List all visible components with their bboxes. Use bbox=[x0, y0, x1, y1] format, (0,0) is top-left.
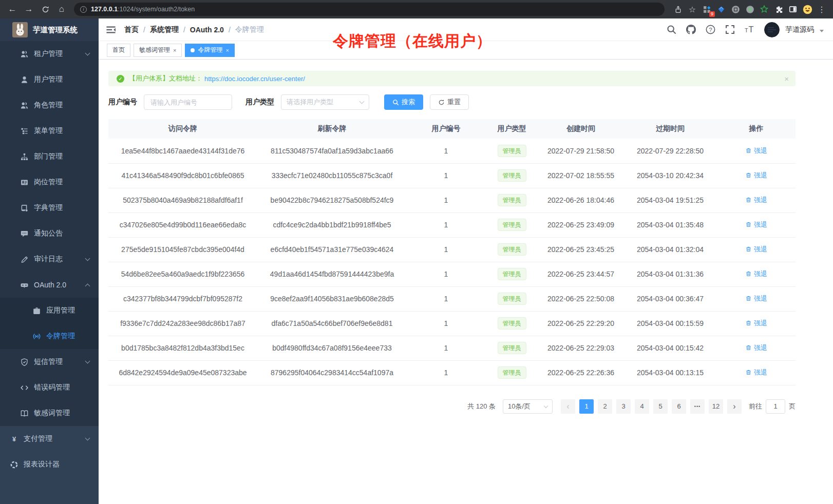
sidebar-item-oauth2[interactable]: OAuth 2.0 bbox=[0, 272, 99, 298]
extensions-puzzle-icon[interactable] bbox=[772, 3, 785, 15]
extension-grid-icon[interactable]: 9 bbox=[701, 3, 713, 15]
force-logout-button[interactable]: 强退 bbox=[745, 368, 767, 377]
page-button-6[interactable]: 6 bbox=[672, 399, 686, 414]
access-token-cell: b0d1785bc3a8482f812db4a3f3bd15ec bbox=[108, 336, 257, 360]
page-button-2[interactable]: 2 bbox=[598, 399, 612, 414]
svg-text:?: ? bbox=[709, 27, 712, 33]
tab-close-icon[interactable]: × bbox=[173, 47, 176, 53]
browser-back-icon[interactable]: ← bbox=[5, 2, 20, 16]
expire-time-cell: 2054-03-04 01:32:04 bbox=[623, 237, 717, 262]
sidebar-item-pay[interactable]: ¥支付管理 bbox=[0, 426, 99, 452]
alert-close-icon[interactable]: × bbox=[784, 74, 789, 83]
address-bar[interactable]: i 127.0.0.1:1024/system/oauth2/token bbox=[74, 3, 665, 16]
sidebar-item-report-designer[interactable]: 报表设计器 bbox=[0, 452, 99, 477]
sidebar-item-post[interactable]: 岗位管理 bbox=[0, 169, 99, 195]
force-logout-button[interactable]: 强退 bbox=[745, 343, 767, 353]
split-screen-icon[interactable] bbox=[787, 3, 799, 15]
expire-time-cell: 2054-03-04 01:35:48 bbox=[623, 212, 717, 237]
force-logout-button[interactable]: 强退 bbox=[745, 245, 767, 254]
sidebar-item-audit-log[interactable]: 审计日志 bbox=[0, 246, 99, 272]
breadcrumb-system[interactable]: 系统管理 bbox=[150, 25, 179, 34]
reset-button[interactable]: 重置 bbox=[430, 94, 469, 110]
col-create-time: 创建时间 bbox=[538, 119, 623, 139]
sidebar-item-user[interactable]: 用户管理 bbox=[0, 67, 99, 92]
user-type-tag: 管理员 bbox=[498, 219, 526, 231]
sidebar-item-menu[interactable]: 菜单管理 bbox=[0, 118, 99, 144]
force-logout-button[interactable]: 强退 bbox=[745, 319, 767, 328]
force-logout-button[interactable]: 强退 bbox=[745, 294, 767, 303]
sidebar-item-role[interactable]: 角色管理 bbox=[0, 92, 99, 118]
browser-reload-icon[interactable] bbox=[38, 2, 52, 16]
force-logout-button[interactable]: 强退 bbox=[745, 146, 767, 156]
page-button-1[interactable]: 1 bbox=[579, 399, 594, 414]
user-avatar[interactable] bbox=[764, 22, 780, 37]
tab-close-icon[interactable]: × bbox=[225, 47, 229, 53]
user-menu-caret-icon[interactable] bbox=[820, 30, 824, 32]
page-button-3[interactable]: 3 bbox=[616, 399, 631, 414]
breadcrumb-home[interactable]: 首页 bbox=[124, 25, 139, 34]
alert-doc-link[interactable]: https://doc.iocoder.cn/user-center/ bbox=[204, 75, 305, 83]
gem-extension-icon[interactable] bbox=[715, 3, 727, 15]
font-size-icon[interactable]: TT bbox=[745, 25, 754, 34]
search-icon[interactable] bbox=[667, 25, 676, 34]
sidebar-item-oauth2-token[interactable]: 令牌管理 bbox=[0, 323, 99, 349]
prev-page-button[interactable]: ‹ bbox=[561, 399, 575, 414]
actions-cell: 强退 bbox=[717, 311, 796, 336]
user-id-cell: 1 bbox=[407, 163, 485, 188]
sidebar-item-oauth2-app[interactable]: 应用管理 bbox=[0, 298, 99, 323]
force-logout-button[interactable]: 强退 bbox=[745, 269, 767, 279]
sidebar-item-notice[interactable]: 通知公告 bbox=[0, 221, 99, 246]
dot-circle-extension-icon[interactable] bbox=[744, 3, 756, 15]
browser-menu-icon[interactable]: ⋮ bbox=[816, 3, 828, 15]
user-type-cell: 管理员 bbox=[485, 360, 538, 385]
tab-token[interactable]: 令牌管理× bbox=[185, 44, 234, 57]
refresh-token-cell: cdfc4ce9c2da4bb1bdf21b9918ff4be5 bbox=[257, 212, 407, 237]
sidebar-item-dict[interactable]: 字典管理 bbox=[0, 195, 99, 221]
sidebar-item-label: 字典管理 bbox=[34, 203, 63, 212]
alert-message: 【用户体系】文档地址： bbox=[129, 74, 202, 83]
refresh-token-cell: be90422b8c7946218275a508bf524fc9 bbox=[257, 188, 407, 212]
browser-home-icon[interactable]: ⌂ bbox=[54, 2, 69, 16]
force-logout-button[interactable]: 强退 bbox=[745, 171, 767, 180]
trash-icon bbox=[745, 320, 752, 326]
search-button[interactable]: 搜索 bbox=[384, 94, 423, 110]
page-button-12[interactable]: 12 bbox=[709, 399, 723, 414]
pagination-ellipsis[interactable]: ••• bbox=[690, 399, 705, 414]
sidebar-item-sensitive-word[interactable]: 敏感词管理 bbox=[0, 400, 99, 426]
page-size-select[interactable]: 10条/页 bbox=[503, 399, 553, 414]
next-page-button[interactable]: › bbox=[727, 399, 742, 414]
col-access-token: 访问令牌 bbox=[108, 119, 257, 139]
sidebar-item-label: OAuth 2.0 bbox=[34, 281, 66, 289]
table-row: 6d842e2924594de9a09e45e087323abe8796295f… bbox=[108, 360, 796, 385]
tab-home[interactable]: 首页 bbox=[107, 44, 130, 57]
github-icon[interactable] bbox=[686, 25, 696, 34]
bookmark-star-icon[interactable]: ☆ bbox=[686, 3, 698, 15]
share-icon[interactable] bbox=[672, 3, 684, 15]
sidebar-item-error-code[interactable]: 错误码管理 bbox=[0, 375, 99, 400]
sidebar-item-tenant[interactable]: 租户管理 bbox=[0, 41, 99, 67]
goto-page-input[interactable] bbox=[766, 399, 785, 414]
profile-avatar-icon[interactable] bbox=[801, 3, 813, 15]
force-logout-button[interactable]: 强退 bbox=[745, 196, 767, 205]
user-name[interactable]: 芋道源码 bbox=[785, 25, 814, 34]
breadcrumb-oauth2[interactable]: OAuth 2.0 bbox=[190, 26, 224, 34]
gray-circle-extension-icon[interactable] bbox=[729, 3, 742, 15]
site-info-icon[interactable]: i bbox=[80, 6, 87, 13]
sidebar-collapse-icon[interactable] bbox=[106, 25, 116, 35]
browser-forward-icon[interactable]: → bbox=[22, 2, 36, 16]
col-refresh-token: 刷新令牌 bbox=[257, 119, 407, 139]
green-star-extension-icon[interactable] bbox=[758, 3, 770, 15]
create-time-cell: 2022-06-25 22:29:20 bbox=[538, 311, 623, 336]
user-id-input[interactable] bbox=[144, 94, 232, 110]
sidebar-item-sms[interactable]: 短信管理 bbox=[0, 349, 99, 375]
actions-cell: 强退 bbox=[717, 188, 796, 212]
help-icon[interactable]: ? bbox=[706, 25, 715, 34]
logo-bar[interactable]: 芋道管理系统 bbox=[0, 18, 99, 41]
page-button-5[interactable]: 5 bbox=[653, 399, 668, 414]
force-logout-button[interactable]: 强退 bbox=[745, 220, 767, 229]
sidebar-item-dept[interactable]: 部门管理 bbox=[0, 144, 99, 169]
fullscreen-icon[interactable] bbox=[725, 25, 735, 34]
tab-sensitive-word[interactable]: 敏感词管理× bbox=[134, 44, 182, 57]
user-type-select[interactable]: 请选择用户类型 bbox=[281, 94, 369, 110]
page-button-4[interactable]: 4 bbox=[635, 399, 649, 414]
